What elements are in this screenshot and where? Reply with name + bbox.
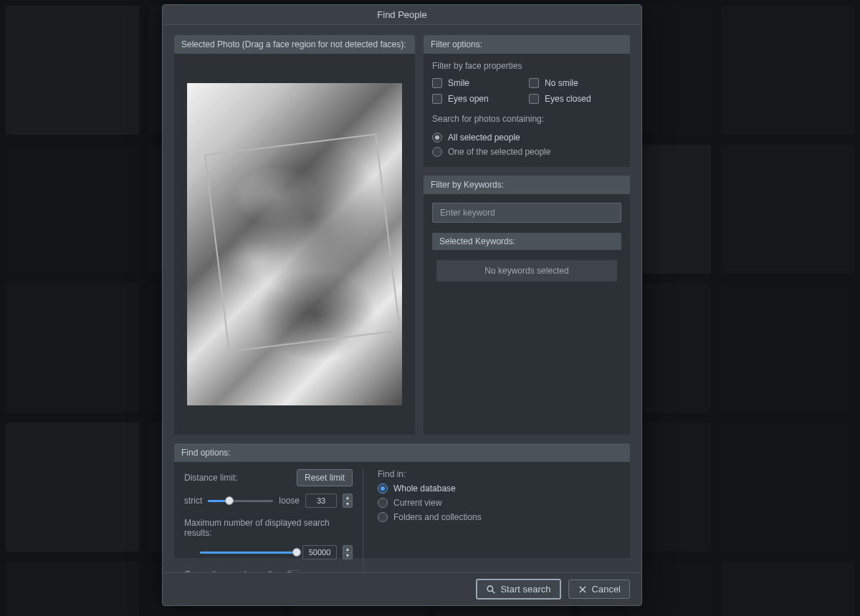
find-people-dialog: Find People Selected Photo (Drag a face … bbox=[162, 4, 642, 606]
start-search-button[interactable]: Start search bbox=[476, 579, 560, 600]
distance-limit-label: Distance limit: bbox=[184, 473, 238, 483]
no-keywords-placeholder: No keywords selected bbox=[436, 260, 617, 281]
distance-slider[interactable] bbox=[208, 495, 273, 506]
cancel-button[interactable]: Cancel bbox=[568, 579, 630, 599]
search-icon bbox=[486, 584, 496, 595]
selected-photo-panel: Selected Photo (Drag a face region for n… bbox=[174, 35, 415, 435]
close-icon bbox=[578, 584, 588, 595]
svg-line-1 bbox=[492, 590, 495, 593]
checkbox-eyes-open[interactable]: Eyes open bbox=[432, 94, 525, 104]
distance-value-input[interactable] bbox=[305, 494, 337, 508]
filter-options-header: Filter options: bbox=[424, 35, 630, 54]
strict-label: strict bbox=[184, 496, 202, 506]
radio-all-selected-people[interactable]: All selected people bbox=[432, 133, 621, 143]
find-in-label: Find in: bbox=[378, 469, 620, 479]
face-properties-label: Filter by face properties bbox=[432, 61, 621, 71]
distance-stepper[interactable]: ▲▼ bbox=[343, 494, 353, 508]
filter-options-panel: Filter options: Filter by face propertie… bbox=[424, 35, 630, 167]
radio-current-view[interactable]: Current view bbox=[378, 498, 620, 508]
radio-one-selected-people[interactable]: One of the selected people bbox=[432, 147, 621, 157]
reset-limit-button[interactable]: Reset limit bbox=[297, 469, 353, 486]
overwrite-label: Overwrite search results: bbox=[184, 569, 280, 572]
selected-photo[interactable] bbox=[187, 83, 402, 405]
keyword-input[interactable] bbox=[432, 203, 621, 223]
max-results-slider[interactable] bbox=[200, 547, 297, 558]
max-results-stepper[interactable]: ▲▼ bbox=[343, 545, 353, 559]
filter-keywords-panel: Filter by Keywords: Selected Keywords: N… bbox=[424, 175, 630, 435]
max-results-label: Maximum number of displayed search resul… bbox=[184, 518, 353, 538]
selected-photo-header: Selected Photo (Drag a face region for n… bbox=[174, 35, 415, 54]
find-options-panel: Find options: Distance limit: Reset limi… bbox=[174, 443, 630, 558]
overwrite-toggle[interactable] bbox=[285, 570, 301, 572]
checkbox-smile[interactable]: Smile bbox=[432, 78, 525, 88]
max-results-input[interactable] bbox=[302, 545, 337, 559]
radio-whole-database[interactable]: Whole database bbox=[378, 483, 620, 494]
face-region-box[interactable] bbox=[204, 133, 401, 352]
find-options-header: Find options: bbox=[174, 443, 630, 462]
dialog-title: Find People bbox=[163, 5, 641, 25]
radio-folders-collections[interactable]: Folders and collections bbox=[378, 512, 620, 522]
selected-keywords-header: Selected Keywords: bbox=[432, 233, 621, 250]
svg-point-0 bbox=[487, 586, 493, 592]
filter-keywords-header: Filter by Keywords: bbox=[424, 175, 630, 194]
checkbox-eyes-closed[interactable]: Eyes closed bbox=[529, 94, 621, 104]
containing-label: Search for photos containing: bbox=[432, 114, 621, 124]
checkbox-no-smile[interactable]: No smile bbox=[529, 78, 621, 88]
loose-label: loose bbox=[279, 496, 300, 506]
